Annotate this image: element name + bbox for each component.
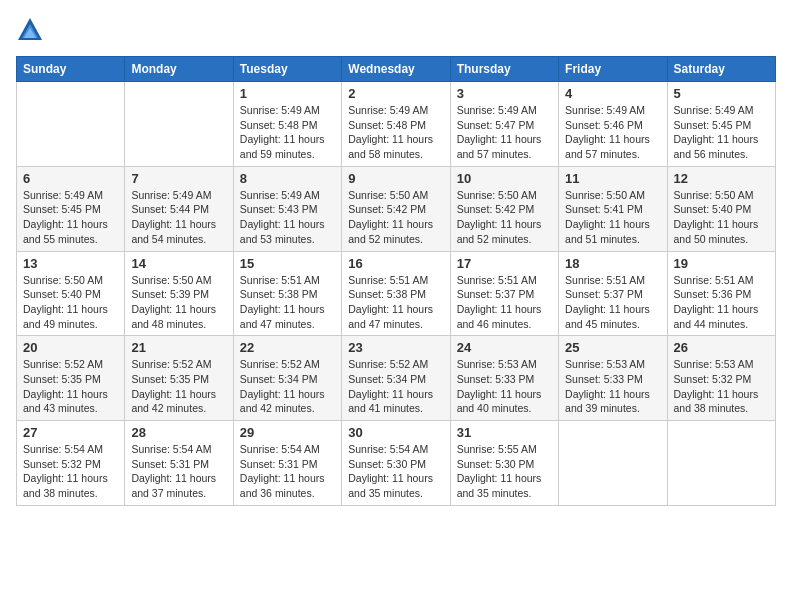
cell-content: Sunrise: 5:54 AMSunset: 5:31 PMDaylight:… [240,442,335,501]
day-number: 21 [131,340,226,355]
column-header-saturday: Saturday [667,57,775,82]
day-number: 7 [131,171,226,186]
cell-content: Sunrise: 5:50 AMSunset: 5:41 PMDaylight:… [565,188,660,247]
day-number: 3 [457,86,552,101]
cell-content: Sunrise: 5:49 AMSunset: 5:45 PMDaylight:… [674,103,769,162]
calendar-cell: 26Sunrise: 5:53 AMSunset: 5:32 PMDayligh… [667,336,775,421]
day-number: 13 [23,256,118,271]
calendar-cell: 20Sunrise: 5:52 AMSunset: 5:35 PMDayligh… [17,336,125,421]
calendar-cell: 16Sunrise: 5:51 AMSunset: 5:38 PMDayligh… [342,251,450,336]
week-row-4: 20Sunrise: 5:52 AMSunset: 5:35 PMDayligh… [17,336,776,421]
calendar-cell: 31Sunrise: 5:55 AMSunset: 5:30 PMDayligh… [450,421,558,506]
week-row-1: 1Sunrise: 5:49 AMSunset: 5:48 PMDaylight… [17,82,776,167]
cell-content: Sunrise: 5:49 AMSunset: 5:47 PMDaylight:… [457,103,552,162]
calendar-cell: 3Sunrise: 5:49 AMSunset: 5:47 PMDaylight… [450,82,558,167]
cell-content: Sunrise: 5:54 AMSunset: 5:31 PMDaylight:… [131,442,226,501]
cell-content: Sunrise: 5:49 AMSunset: 5:45 PMDaylight:… [23,188,118,247]
calendar-cell: 27Sunrise: 5:54 AMSunset: 5:32 PMDayligh… [17,421,125,506]
cell-content: Sunrise: 5:52 AMSunset: 5:35 PMDaylight:… [131,357,226,416]
logo-icon [16,16,44,44]
day-number: 4 [565,86,660,101]
cell-content: Sunrise: 5:50 AMSunset: 5:40 PMDaylight:… [23,273,118,332]
week-row-2: 6Sunrise: 5:49 AMSunset: 5:45 PMDaylight… [17,166,776,251]
calendar-cell: 6Sunrise: 5:49 AMSunset: 5:45 PMDaylight… [17,166,125,251]
day-number: 25 [565,340,660,355]
calendar-cell: 18Sunrise: 5:51 AMSunset: 5:37 PMDayligh… [559,251,667,336]
cell-content: Sunrise: 5:53 AMSunset: 5:33 PMDaylight:… [457,357,552,416]
day-number: 30 [348,425,443,440]
cell-content: Sunrise: 5:51 AMSunset: 5:36 PMDaylight:… [674,273,769,332]
column-header-monday: Monday [125,57,233,82]
day-number: 19 [674,256,769,271]
day-number: 2 [348,86,443,101]
cell-content: Sunrise: 5:55 AMSunset: 5:30 PMDaylight:… [457,442,552,501]
calendar-table: SundayMondayTuesdayWednesdayThursdayFrid… [16,56,776,506]
calendar-cell: 17Sunrise: 5:51 AMSunset: 5:37 PMDayligh… [450,251,558,336]
day-number: 22 [240,340,335,355]
calendar-cell: 10Sunrise: 5:50 AMSunset: 5:42 PMDayligh… [450,166,558,251]
day-number: 24 [457,340,552,355]
cell-content: Sunrise: 5:51 AMSunset: 5:38 PMDaylight:… [348,273,443,332]
calendar-cell: 12Sunrise: 5:50 AMSunset: 5:40 PMDayligh… [667,166,775,251]
week-row-5: 27Sunrise: 5:54 AMSunset: 5:32 PMDayligh… [17,421,776,506]
day-number: 8 [240,171,335,186]
cell-content: Sunrise: 5:54 AMSunset: 5:32 PMDaylight:… [23,442,118,501]
day-number: 27 [23,425,118,440]
calendar-cell: 15Sunrise: 5:51 AMSunset: 5:38 PMDayligh… [233,251,341,336]
column-header-sunday: Sunday [17,57,125,82]
calendar-header: SundayMondayTuesdayWednesdayThursdayFrid… [17,57,776,82]
cell-content: Sunrise: 5:49 AMSunset: 5:44 PMDaylight:… [131,188,226,247]
calendar-cell: 11Sunrise: 5:50 AMSunset: 5:41 PMDayligh… [559,166,667,251]
calendar-cell: 22Sunrise: 5:52 AMSunset: 5:34 PMDayligh… [233,336,341,421]
calendar-cell: 23Sunrise: 5:52 AMSunset: 5:34 PMDayligh… [342,336,450,421]
calendar-cell: 1Sunrise: 5:49 AMSunset: 5:48 PMDaylight… [233,82,341,167]
header-row: SundayMondayTuesdayWednesdayThursdayFrid… [17,57,776,82]
calendar-cell [667,421,775,506]
day-number: 11 [565,171,660,186]
page-header [16,16,776,44]
day-number: 15 [240,256,335,271]
day-number: 28 [131,425,226,440]
calendar-cell: 8Sunrise: 5:49 AMSunset: 5:43 PMDaylight… [233,166,341,251]
day-number: 1 [240,86,335,101]
cell-content: Sunrise: 5:52 AMSunset: 5:35 PMDaylight:… [23,357,118,416]
cell-content: Sunrise: 5:51 AMSunset: 5:37 PMDaylight:… [565,273,660,332]
cell-content: Sunrise: 5:49 AMSunset: 5:43 PMDaylight:… [240,188,335,247]
day-number: 29 [240,425,335,440]
calendar-cell: 13Sunrise: 5:50 AMSunset: 5:40 PMDayligh… [17,251,125,336]
day-number: 5 [674,86,769,101]
cell-content: Sunrise: 5:49 AMSunset: 5:48 PMDaylight:… [240,103,335,162]
calendar-cell: 28Sunrise: 5:54 AMSunset: 5:31 PMDayligh… [125,421,233,506]
calendar-cell [17,82,125,167]
calendar-cell: 2Sunrise: 5:49 AMSunset: 5:48 PMDaylight… [342,82,450,167]
day-number: 16 [348,256,443,271]
day-number: 18 [565,256,660,271]
calendar-cell: 9Sunrise: 5:50 AMSunset: 5:42 PMDaylight… [342,166,450,251]
calendar-cell: 25Sunrise: 5:53 AMSunset: 5:33 PMDayligh… [559,336,667,421]
day-number: 14 [131,256,226,271]
cell-content: Sunrise: 5:52 AMSunset: 5:34 PMDaylight:… [348,357,443,416]
calendar-cell: 7Sunrise: 5:49 AMSunset: 5:44 PMDaylight… [125,166,233,251]
column-header-thursday: Thursday [450,57,558,82]
cell-content: Sunrise: 5:50 AMSunset: 5:42 PMDaylight:… [348,188,443,247]
logo [16,16,48,44]
cell-content: Sunrise: 5:51 AMSunset: 5:37 PMDaylight:… [457,273,552,332]
cell-content: Sunrise: 5:49 AMSunset: 5:48 PMDaylight:… [348,103,443,162]
column-header-wednesday: Wednesday [342,57,450,82]
calendar-cell [125,82,233,167]
cell-content: Sunrise: 5:54 AMSunset: 5:30 PMDaylight:… [348,442,443,501]
calendar-cell: 19Sunrise: 5:51 AMSunset: 5:36 PMDayligh… [667,251,775,336]
calendar-cell: 21Sunrise: 5:52 AMSunset: 5:35 PMDayligh… [125,336,233,421]
day-number: 31 [457,425,552,440]
day-number: 9 [348,171,443,186]
day-number: 10 [457,171,552,186]
calendar-cell: 29Sunrise: 5:54 AMSunset: 5:31 PMDayligh… [233,421,341,506]
calendar-cell [559,421,667,506]
calendar-cell: 5Sunrise: 5:49 AMSunset: 5:45 PMDaylight… [667,82,775,167]
calendar-cell: 24Sunrise: 5:53 AMSunset: 5:33 PMDayligh… [450,336,558,421]
cell-content: Sunrise: 5:51 AMSunset: 5:38 PMDaylight:… [240,273,335,332]
column-header-friday: Friday [559,57,667,82]
cell-content: Sunrise: 5:50 AMSunset: 5:42 PMDaylight:… [457,188,552,247]
cell-content: Sunrise: 5:53 AMSunset: 5:33 PMDaylight:… [565,357,660,416]
cell-content: Sunrise: 5:50 AMSunset: 5:39 PMDaylight:… [131,273,226,332]
